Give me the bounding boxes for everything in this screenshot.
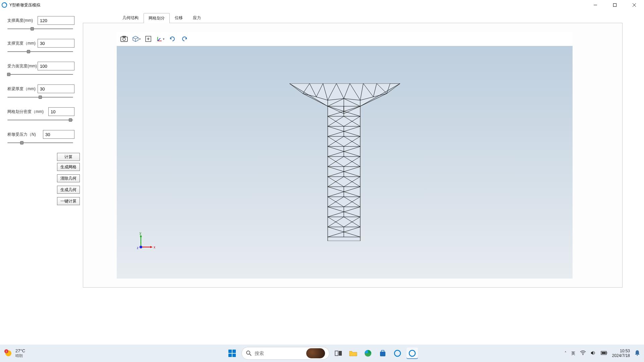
tab-mesh[interactable]: 网格划分 xyxy=(144,13,170,23)
svg-point-128 xyxy=(582,354,583,355)
svg-line-13 xyxy=(158,38,160,41)
mesh-density-input[interactable] xyxy=(48,107,74,116)
svg-text:1: 1 xyxy=(6,350,7,353)
start-button[interactable] xyxy=(226,347,238,359)
param-beam-thickness: 桥梁厚度（mm) xyxy=(7,84,77,99)
maximize-button[interactable] xyxy=(605,0,625,10)
support-height-slider[interactable] xyxy=(7,27,73,31)
svg-point-127 xyxy=(409,350,415,356)
svg-rect-125 xyxy=(381,350,384,352)
param-label: 桥梁厚度（mm) xyxy=(7,86,38,92)
force-surface-width-input[interactable] xyxy=(38,62,74,70)
parameters-panel: 支撑高度(mm) 支撑宽度（mm) 受力面宽度(mm) 桥梁厚度（mm) 网格划… xyxy=(0,13,84,345)
svg-line-120 xyxy=(250,354,251,356)
minimize-button[interactable] xyxy=(586,0,605,10)
axis-toggle-icon[interactable]: ▾ xyxy=(156,34,165,44)
beam-thickness-input[interactable] xyxy=(38,84,74,93)
svg-rect-118 xyxy=(232,354,236,357)
weather-icon: 1 xyxy=(4,349,13,358)
support-width-slider[interactable] xyxy=(7,50,73,54)
task-view-icon[interactable] xyxy=(333,348,344,359)
svg-rect-2 xyxy=(613,4,616,7)
svg-rect-131 xyxy=(602,352,606,354)
generate-geometry-button[interactable]: 生成几何 xyxy=(57,186,80,194)
svg-rect-121 xyxy=(335,351,338,356)
tab-displacement[interactable]: 位移 xyxy=(170,13,188,23)
tray-chevron-up-icon[interactable]: ˄ xyxy=(565,351,567,356)
window-title: Y型桥墩受压模拟 xyxy=(9,2,40,8)
search-icon xyxy=(246,350,252,356)
param-label: 网格划分密度（mm) xyxy=(7,109,48,115)
viewport-container: ▾ ▾ xyxy=(83,23,623,288)
weather-widget[interactable]: 1 27°C 晴朗 xyxy=(4,348,25,358)
calculate-button[interactable]: 计算 xyxy=(57,153,80,161)
mesh-density-slider[interactable] xyxy=(7,118,73,122)
one-key-calculate-button[interactable]: 一键计算 xyxy=(57,197,80,205)
clock[interactable]: 10:53 2024/7/18 xyxy=(612,349,630,358)
force-surface-width-slider[interactable] xyxy=(7,72,73,76)
taskbar-search[interactable] xyxy=(241,347,329,360)
tab-geometry[interactable]: 几何结构 xyxy=(117,13,144,23)
wifi-icon[interactable] xyxy=(580,351,586,356)
clock-date: 2024/7/18 xyxy=(612,353,630,358)
close-button[interactable] xyxy=(625,0,644,10)
file-explorer-icon[interactable] xyxy=(347,348,359,359)
param-support-height: 支撑高度(mm) xyxy=(7,16,77,31)
axis-gizmo: x y z xyxy=(136,232,156,251)
rotate-ccw-icon[interactable] xyxy=(168,34,177,44)
titlebar: Y型桥墩受压模拟 xyxy=(0,0,644,10)
svg-point-108 xyxy=(140,246,142,248)
svg-point-132 xyxy=(637,355,638,356)
viewport-canvas[interactable]: x y z xyxy=(117,46,573,279)
svg-point-6 xyxy=(123,38,125,41)
support-width-input[interactable] xyxy=(38,39,74,48)
svg-text:y: y xyxy=(140,232,141,235)
app-icon xyxy=(1,2,7,8)
fit-view-icon[interactable] xyxy=(144,34,153,44)
param-mesh-density: 网格划分密度（mm) xyxy=(7,107,77,122)
param-force-surface-width: 受力面宽度(mm) xyxy=(7,62,77,76)
ime-indicator[interactable]: 英 xyxy=(571,351,575,356)
svg-point-126 xyxy=(394,350,400,356)
edge-icon[interactable] xyxy=(362,348,374,359)
screenshot-icon[interactable] xyxy=(119,34,129,44)
svg-rect-116 xyxy=(232,350,236,353)
svg-rect-124 xyxy=(380,352,385,356)
param-label: 受力面宽度(mm) xyxy=(7,63,38,69)
clear-geometry-button[interactable]: 清除几何 xyxy=(57,174,80,182)
weather-temp: 27°C xyxy=(15,348,25,353)
view-cube-icon[interactable]: ▾ xyxy=(131,34,141,44)
volume-icon[interactable] xyxy=(591,351,596,356)
battery-icon[interactable] xyxy=(601,351,607,356)
app-icon-2[interactable] xyxy=(407,348,418,359)
clock-time: 10:53 xyxy=(612,349,630,353)
store-icon[interactable] xyxy=(377,348,388,359)
beam-thickness-slider[interactable] xyxy=(7,95,73,99)
svg-text:x: x xyxy=(154,245,155,249)
svg-marker-107 xyxy=(140,235,142,237)
pier-force-slider[interactable] xyxy=(7,141,73,145)
svg-text:z: z xyxy=(137,246,139,250)
support-height-input[interactable] xyxy=(38,16,74,25)
app-icon-1[interactable] xyxy=(392,348,403,359)
viewport-toolbar: ▾ ▾ xyxy=(117,32,573,46)
tab-stress[interactable]: 应力 xyxy=(188,13,206,23)
svg-rect-115 xyxy=(228,350,232,353)
generate-mesh-button[interactable]: 生成网格 xyxy=(57,163,80,171)
param-label: 支撑高度(mm) xyxy=(7,18,38,23)
svg-rect-122 xyxy=(339,351,342,356)
param-support-width: 支撑宽度（mm) xyxy=(7,39,77,54)
search-art-icon xyxy=(306,348,325,358)
notification-icon[interactable] xyxy=(635,350,640,357)
param-label: 支撑宽度（mm) xyxy=(7,41,38,46)
pier-force-input[interactable] xyxy=(43,130,74,139)
mesh-visualization xyxy=(289,83,400,241)
svg-marker-105 xyxy=(150,246,152,248)
param-label: 桥墩受压力（N) xyxy=(7,132,43,137)
rotate-cw-icon[interactable] xyxy=(180,34,189,44)
svg-rect-117 xyxy=(228,354,232,357)
taskbar: 1 27°C 晴朗 ˄ 英 10:53 2024/7/18 xyxy=(0,345,644,362)
view-tabs: 几何结构 网格划分 位移 应力 xyxy=(117,13,623,23)
svg-rect-130 xyxy=(606,352,607,354)
search-input[interactable] xyxy=(255,351,295,356)
